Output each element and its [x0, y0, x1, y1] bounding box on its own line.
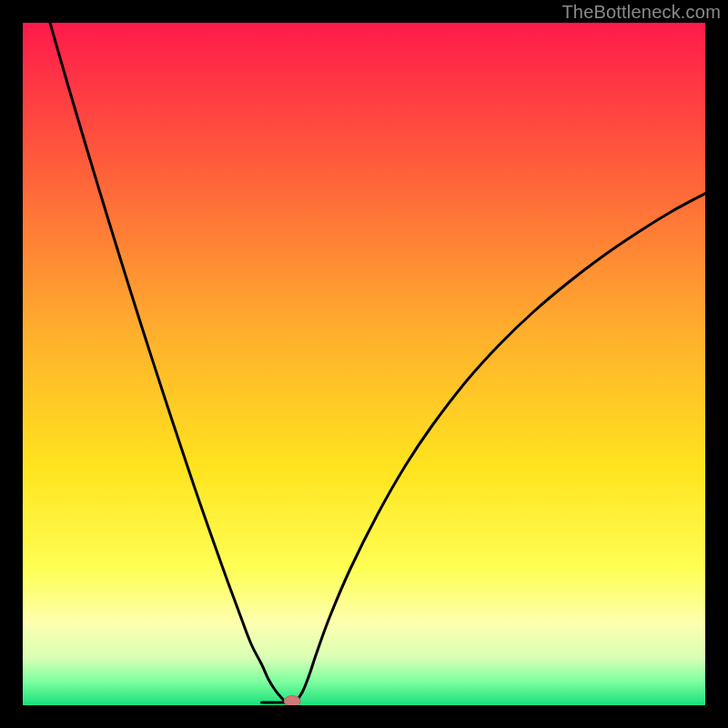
- minimum-marker: [284, 696, 300, 706]
- chart-svg: [23, 23, 705, 705]
- plot-area: [23, 23, 705, 705]
- chart-stage: TheBottleneck.com: [0, 0, 728, 728]
- svg-rect-0: [23, 23, 705, 705]
- watermark-text: TheBottleneck.com: [561, 2, 721, 23]
